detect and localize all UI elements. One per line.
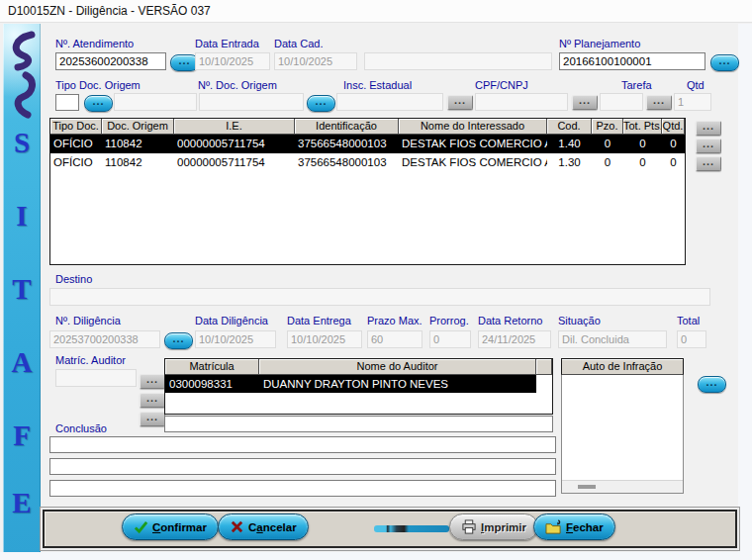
- insc-estadual-field: [336, 93, 443, 111]
- col-header: Tot. Pts.: [623, 119, 662, 135]
- conclusao-line-3[interactable]: [49, 480, 556, 497]
- conclusao-label: Conclusão: [55, 422, 107, 434]
- col-header: Cod.: [547, 119, 592, 135]
- cell-matricula: 0300098331: [165, 375, 259, 393]
- cell-identificacao: 37566548000103: [295, 135, 399, 153]
- cell-ie: 00000005711754: [174, 135, 295, 153]
- check-icon: [134, 519, 148, 534]
- cpf-cnpj-lookup-button[interactable]: ...: [572, 95, 598, 110]
- ellipsis-icon: ...: [703, 138, 714, 149]
- data-retorno-label: Data Retorno: [478, 315, 542, 327]
- col-header: Qtd.: [662, 119, 685, 135]
- cell-qtd: 0: [662, 153, 685, 172]
- prorrog-field: 0: [429, 330, 471, 348]
- row-detail-button[interactable]: ...: [696, 121, 721, 136]
- tarefa-lookup-button[interactable]: ...: [646, 95, 672, 110]
- conclusao-line-2[interactable]: [49, 458, 556, 475]
- cell-doc-origem: 110842: [102, 135, 174, 153]
- button-label: Fechar: [566, 521, 604, 533]
- cell-doc-origem: 110842: [102, 153, 174, 172]
- auditor-remove-button[interactable]: ...: [140, 412, 165, 426]
- num-doc-origem-label: Nº. Doc. Origem: [198, 79, 277, 91]
- cancelar-button[interactable]: Cancelar: [218, 513, 309, 540]
- num-doc-lookup-button[interactable]: ...: [307, 95, 335, 112]
- planejamento-lookup-button[interactable]: ...: [710, 54, 739, 71]
- auditor-add-button[interactable]: ...: [140, 374, 165, 389]
- data-entrega-label: Data Entrega: [287, 315, 351, 327]
- data-cad-field: 10/10/2025: [274, 52, 357, 70]
- insc-estadual-lookup-button[interactable]: ...: [447, 95, 473, 110]
- ellipsis-icon: ...: [705, 376, 717, 388]
- auto-infracao-lookup-button[interactable]: ...: [698, 376, 726, 393]
- table-row-selected[interactable]: OFÍCIO 110842 00000005711754 37566548000…: [50, 135, 685, 153]
- num-diligencia-field: 20253700200338: [49, 330, 160, 348]
- diligencia-lookup-button[interactable]: ...: [164, 332, 193, 349]
- data-entrega-field: 10/10/2025: [287, 330, 362, 348]
- tipo-doc-lookup-button[interactable]: ...: [84, 95, 113, 112]
- cell-identificacao: 37566548000103: [295, 153, 399, 172]
- confirmar-button[interactable]: Confirmar: [122, 513, 219, 540]
- cell-tipo-doc: OFÍCIO: [50, 153, 102, 172]
- folder-icon: [545, 519, 562, 535]
- imprimir-button[interactable]: Imprimir: [449, 513, 538, 540]
- cell-pzo: 0: [592, 153, 623, 172]
- col-header: Tipo Doc.: [50, 119, 102, 135]
- planejamento-input[interactable]: [559, 52, 705, 70]
- planejamento-label: Nº Planejamento: [559, 38, 640, 49]
- atendimento-input[interactable]: [55, 52, 166, 70]
- cell-tot-pts: 0: [623, 135, 662, 153]
- table-row[interactable]: OFÍCIO 110842 00000005711754 37566548000…: [50, 153, 685, 172]
- auditor-table: Matrícula Nome do Auditor 0300098331 DUA…: [164, 358, 553, 415]
- bottom-margin: [0, 552, 752, 560]
- auto-infracao-scrollbar[interactable]: [562, 480, 683, 493]
- ellipsis-icon: ...: [146, 411, 158, 422]
- situacao-field: Dil. Concluida: [558, 330, 667, 348]
- cell-cod: 1.40: [547, 135, 592, 153]
- auditor-table-header: Matrícula Nome do Auditor: [165, 359, 552, 375]
- sitafe-logo-icon: [5, 28, 39, 119]
- cell-pzo: 0: [592, 135, 623, 153]
- num-doc-origem-field: [199, 93, 304, 111]
- scrollbar-thumb[interactable]: [578, 485, 596, 489]
- fechar-button[interactable]: Fechar: [533, 513, 615, 540]
- window-title: D10015ZN - Diligência - VERSÃO 037: [8, 4, 211, 18]
- ellipsis-icon: ...: [579, 94, 591, 106]
- auditor-edit-button[interactable]: ...: [140, 393, 165, 408]
- ellipsis-icon: ...: [653, 94, 665, 106]
- data-diligencia-field: 10/10/2025: [195, 330, 276, 348]
- tipo-doc-desc-field: [114, 93, 197, 111]
- ellipsis-icon: ...: [315, 95, 327, 107]
- row-detail-button[interactable]: ...: [696, 139, 721, 153]
- render-artifact-bar: [374, 525, 449, 532]
- matric-auditor-field: [55, 369, 137, 387]
- cell-tot-pts: 0: [623, 153, 662, 172]
- tipo-doc-origem-input[interactable]: [55, 94, 79, 111]
- window-titlebar[interactable]: D10015ZN - Diligência - VERSÃO 037: [0, 0, 752, 23]
- empty-field: [364, 52, 552, 70]
- prazo-max-field: 60: [367, 330, 423, 348]
- col-header: Pzo.: [592, 119, 623, 135]
- auto-infracao-header: Auto de Infração: [561, 358, 684, 375]
- tarefa-field: [600, 93, 643, 111]
- ellipsis-icon: ...: [146, 392, 158, 404]
- ellipsis-icon: ...: [718, 54, 730, 66]
- documents-table-header: Tipo Doc. Doc. Origem I.E. Identificação…: [50, 119, 685, 135]
- row-detail-button[interactable]: ...: [696, 156, 721, 171]
- right-margin: [738, 24, 752, 560]
- destino-field: [49, 288, 710, 306]
- conclusao-line-1[interactable]: [49, 436, 556, 453]
- data-entrada-field: 10/10/2025: [195, 52, 270, 70]
- situacao-label: Situação: [558, 315, 601, 327]
- prorrog-label: Prorrog.: [429, 315, 469, 327]
- cpf-cnpj-label: CPF/CNPJ: [475, 79, 528, 91]
- data-diligencia-label: Data Diligência: [195, 315, 268, 327]
- ellipsis-icon: ...: [703, 120, 714, 132]
- col-header: I.E.: [174, 119, 295, 135]
- ellipsis-icon: ...: [454, 94, 466, 106]
- auditor-row-selected[interactable]: 0300098331 DUANNY DRAYTON PINTO NEVES: [165, 375, 552, 393]
- col-header: Doc. Origem: [102, 119, 174, 135]
- cell-tipo-doc: OFÍCIO: [50, 135, 102, 153]
- cell-blank: [536, 375, 552, 393]
- ellipsis-icon: ...: [703, 155, 714, 167]
- auditor-extra-input[interactable]: [164, 416, 553, 432]
